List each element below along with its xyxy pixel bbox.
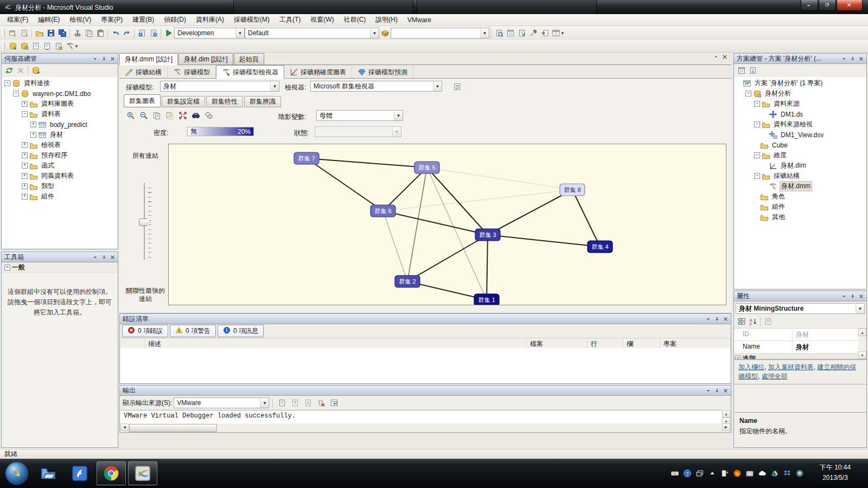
tree-item[interactable]: −資料來源檢視 xyxy=(737,119,866,130)
menu-item[interactable]: 編輯(E) xyxy=(33,14,65,26)
tree-item[interactable]: +body_predict xyxy=(4,119,117,130)
chevron-down-icon[interactable]: ▼ xyxy=(394,111,403,120)
redo-icon[interactable] xyxy=(121,28,132,39)
collapse-icon[interactable]: − xyxy=(754,173,760,179)
scroll-down-icon[interactable]: ▼ xyxy=(858,351,866,359)
menu-item[interactable]: 工具(T) xyxy=(275,14,305,26)
active-files-chevron-icon[interactable] xyxy=(712,53,720,61)
show-all-files-icon[interactable] xyxy=(747,65,758,76)
scroll-right-icon[interactable]: ▶ xyxy=(722,423,730,431)
menu-item[interactable]: 檢視(V) xyxy=(65,14,96,26)
properties-scrollbar[interactable]: ▲ ▼ xyxy=(858,329,866,359)
property-value[interactable]: 身材 xyxy=(793,329,858,341)
navigate-forward-icon[interactable] xyxy=(148,28,159,39)
mining-model-combo[interactable]: 身材 ▼ xyxy=(160,81,279,92)
auto-hide-icon[interactable] xyxy=(99,253,108,261)
menu-item[interactable]: 說明(H) xyxy=(371,14,403,26)
tree-item[interactable]: +預存程序 xyxy=(4,150,117,160)
auto-hide-icon[interactable] xyxy=(712,315,721,323)
cloud-icon[interactable] xyxy=(758,469,767,478)
cluster-graph[interactable]: 群集 1群集 2群集 3群集 4群集 5群集 6群集 7群集 8 xyxy=(169,144,726,305)
page-copy-icon[interactable] xyxy=(30,41,41,52)
tree-item[interactable]: +類型 xyxy=(4,181,117,191)
window-layout-icon[interactable] xyxy=(550,28,561,39)
menu-item[interactable]: 專案(P) xyxy=(96,14,127,26)
cluster-node[interactable]: 群集 6 xyxy=(371,205,395,217)
refresh-viewer-icon[interactable] xyxy=(451,81,463,92)
menu-item[interactable]: 資料庫(A) xyxy=(191,14,229,26)
minimize-button[interactable] xyxy=(801,0,818,11)
info-filter-button[interactable]: 0 項訊息 xyxy=(218,325,264,337)
tree-item[interactable]: Cube xyxy=(737,140,866,150)
collapse-icon[interactable]: − xyxy=(754,121,760,127)
tree-item[interactable]: 角色 xyxy=(737,191,866,202)
save-icon[interactable] xyxy=(45,28,56,39)
cluster-node[interactable]: 群集 8 xyxy=(560,184,585,196)
menu-item[interactable]: VMware xyxy=(403,15,436,25)
antivirus-icon[interactable] xyxy=(795,469,804,478)
cluster-viewer-tab[interactable]: 群集辨識 xyxy=(244,96,281,107)
toolbox-group-general[interactable]: − 一般 xyxy=(2,262,117,273)
tree-item[interactable]: +資料庫圖表 xyxy=(4,99,117,109)
find-node-icon[interactable] xyxy=(190,110,201,121)
tree-item[interactable]: −wayren-pc.DM1.dbo xyxy=(4,88,117,99)
command-link[interactable]: 加入欄位 xyxy=(738,363,764,371)
node-shading-icon[interactable] xyxy=(203,110,214,121)
categorized-icon[interactable] xyxy=(736,316,747,328)
paste-icon[interactable] xyxy=(94,28,106,39)
properties-window-icon[interactable] xyxy=(736,65,747,76)
cluster-node[interactable]: 群集 4 xyxy=(588,241,612,253)
designer-tab[interactable]: 採礦結構 xyxy=(119,66,168,78)
copy-icon[interactable] xyxy=(83,28,94,39)
warning-filter-button[interactable]: 0 項警告 xyxy=(170,325,216,337)
import-settings-icon[interactable] xyxy=(539,28,550,39)
collapse-icon[interactable]: − xyxy=(22,111,28,117)
tree-item[interactable]: 方案 '身材分析' (1 專案) xyxy=(737,78,866,88)
cluster-viewer-tab[interactable]: 群集圖表 xyxy=(124,94,161,107)
cluster-viewer-tab[interactable]: 群集設定檔 xyxy=(162,96,205,107)
window-position-icon[interactable] xyxy=(839,55,848,62)
expand-icon[interactable]: + xyxy=(22,183,28,189)
collapse-icon[interactable]: − xyxy=(754,152,760,158)
page-lock-icon[interactable] xyxy=(53,41,64,52)
find-combo[interactable]: ▼ xyxy=(391,28,489,38)
word-wrap-icon[interactable] xyxy=(328,397,340,409)
output-source-combo[interactable]: VMware ▼ xyxy=(174,397,269,408)
expand-icon[interactable]: + xyxy=(22,142,28,148)
expand-icon[interactable]: + xyxy=(22,152,28,158)
chevron-down-icon[interactable]: ▼ xyxy=(856,304,864,313)
chevron-down-icon[interactable]: ▼ xyxy=(480,28,489,38)
save-all-icon[interactable] xyxy=(56,28,68,39)
new-project-icon[interactable] xyxy=(7,28,18,39)
tree-item[interactable]: −資料來源 xyxy=(737,99,866,109)
close-button[interactable] xyxy=(837,0,863,11)
shading-variable-combo[interactable]: 母體 ▼ xyxy=(316,110,403,121)
refresh-icon[interactable] xyxy=(3,65,15,76)
process-database-icon[interactable] xyxy=(7,41,18,52)
designer-tab[interactable]: 採礦模型預測 xyxy=(352,66,413,78)
window-position-icon[interactable] xyxy=(91,253,99,261)
property-pages-icon[interactable] xyxy=(762,316,774,328)
taskbar-app-blue-button[interactable] xyxy=(65,461,94,485)
collapse-icon[interactable]: − xyxy=(745,91,751,97)
cluster-node[interactable]: 群集 2 xyxy=(395,275,420,287)
clear-all-icon[interactable] xyxy=(315,397,327,409)
tree-item[interactable]: 其他 xyxy=(737,212,866,222)
tree-item[interactable]: +組件 xyxy=(4,191,117,202)
document-tab[interactable]: 身材.dim [設計] xyxy=(178,53,233,65)
open-icon[interactable] xyxy=(34,28,45,39)
menu-item[interactable]: 偵錯(D) xyxy=(159,14,191,26)
window-position-icon[interactable] xyxy=(91,55,99,62)
copy-icon[interactable] xyxy=(151,110,162,121)
cluster-node[interactable]: 群集 3 xyxy=(475,229,500,241)
expand-icon[interactable]: + xyxy=(30,121,36,127)
display-icon[interactable] xyxy=(745,469,754,478)
start-debug-icon[interactable] xyxy=(163,28,174,39)
output-horizontal-scrollbar[interactable]: ◀ ▶ xyxy=(120,423,730,432)
expand-icon[interactable]: + xyxy=(22,163,28,169)
window-position-icon[interactable] xyxy=(704,387,712,394)
collapse-icon[interactable]: − xyxy=(735,356,741,360)
process-settings-icon[interactable] xyxy=(18,41,30,52)
code-analysis-icon[interactable] xyxy=(516,28,527,39)
tree-item[interactable]: −採礦結構 xyxy=(737,171,866,181)
